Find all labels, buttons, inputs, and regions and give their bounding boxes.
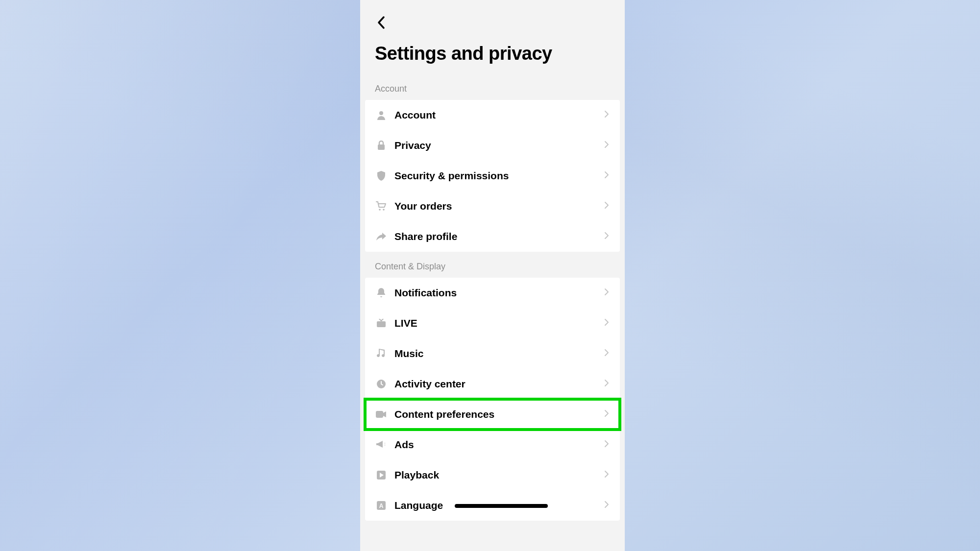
section-header-account: Account: [360, 74, 625, 100]
item-label: Music: [394, 348, 604, 359]
settings-item-share-profile[interactable]: Share profile: [365, 221, 620, 252]
chevron-right-icon: [604, 501, 609, 510]
chevron-right-icon: [604, 470, 609, 480]
chevron-right-icon: [604, 440, 609, 450]
chevron-left-icon: [377, 16, 386, 29]
settings-item-content-preferences[interactable]: Content preferences: [365, 399, 620, 430]
item-label: Your orders: [394, 200, 604, 212]
clock-icon: [376, 379, 387, 389]
item-label: Language: [394, 500, 604, 511]
person-icon: [376, 110, 387, 120]
music-icon: [376, 348, 387, 359]
settings-item-security[interactable]: Security & permissions: [365, 161, 620, 191]
item-label: Share profile: [394, 231, 604, 242]
svg-rect-1: [378, 144, 385, 150]
section-list-account: Account Privacy Security & permissions: [365, 100, 620, 252]
redacted-value: [455, 504, 548, 508]
section-header-content-display: Content & Display: [360, 252, 625, 278]
video-icon: [376, 409, 387, 420]
chevron-right-icon: [604, 141, 609, 150]
item-label: Ads: [394, 439, 604, 451]
settings-item-music[interactable]: Music: [365, 338, 620, 369]
chevron-right-icon: [604, 379, 609, 389]
chevron-right-icon: [604, 288, 609, 298]
settings-item-account[interactable]: Account: [365, 100, 620, 130]
settings-item-orders[interactable]: Your orders: [365, 191, 620, 221]
shield-icon: [376, 170, 387, 181]
settings-item-privacy[interactable]: Privacy: [365, 130, 620, 161]
tv-icon: [376, 318, 387, 329]
letter-a-icon: A: [376, 500, 387, 511]
chevron-right-icon: [604, 232, 609, 241]
item-label: Playback: [394, 469, 604, 481]
svg-text:A: A: [379, 503, 384, 509]
item-label: Content preferences: [394, 408, 604, 420]
cart-icon: [376, 201, 387, 212]
page-title: Settings and privacy: [375, 43, 610, 64]
lock-icon: [376, 140, 387, 151]
item-label: Privacy: [394, 140, 604, 151]
chevron-right-icon: [604, 171, 609, 181]
item-label: Security & permissions: [394, 170, 604, 182]
chevron-right-icon: [604, 318, 609, 328]
chevron-right-icon: [604, 110, 609, 120]
play-icon: [376, 470, 387, 480]
chevron-right-icon: [604, 201, 609, 211]
item-label: Account: [394, 109, 604, 121]
share-icon: [376, 231, 387, 242]
item-label: LIVE: [394, 317, 604, 329]
chevron-right-icon: [604, 349, 609, 359]
settings-item-notifications[interactable]: Notifications: [365, 278, 620, 308]
item-label: Activity center: [394, 378, 604, 390]
item-label: Notifications: [394, 287, 604, 299]
settings-item-language[interactable]: A Language: [365, 490, 620, 521]
settings-item-ads[interactable]: Ads: [365, 430, 620, 460]
svg-rect-4: [377, 321, 386, 327]
settings-item-live[interactable]: LIVE: [365, 308, 620, 338]
bell-icon: [376, 287, 387, 298]
chevron-right-icon: [604, 409, 609, 419]
header: Settings and privacy: [360, 0, 625, 74]
svg-point-3: [383, 209, 385, 211]
back-button[interactable]: [375, 14, 388, 33]
settings-item-activity-center[interactable]: Activity center: [365, 369, 620, 399]
phone-screen: Settings and privacy Account Account Pri…: [360, 0, 625, 551]
svg-rect-6: [376, 411, 383, 418]
svg-point-0: [379, 111, 383, 115]
megaphone-icon: [376, 439, 387, 450]
settings-item-playback[interactable]: Playback: [365, 460, 620, 490]
svg-point-2: [379, 209, 381, 211]
section-list-content-display: Notifications LIVE Music: [365, 278, 620, 521]
